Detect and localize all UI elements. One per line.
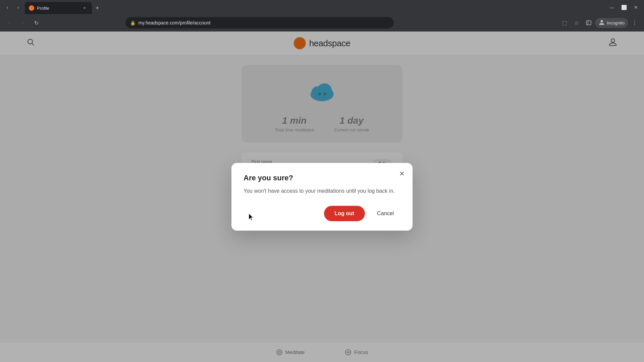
svg-rect-0 <box>586 21 591 25</box>
forward-button[interactable]: → <box>17 17 28 28</box>
toolbar-right: ⬚ ☆ Incognito ⋮ <box>559 17 640 28</box>
page: headspace <box>0 32 644 362</box>
active-tab[interactable]: Profile × <box>25 2 92 14</box>
menu-button[interactable]: ⋮ <box>629 17 640 28</box>
browser-chrome: ‹ › Profile × + — ⬜ ✕ ← → ↻ 🔒 my.headspa… <box>0 0 644 32</box>
tab-forward-button[interactable]: › <box>13 3 23 12</box>
incognito-badge[interactable]: Incognito <box>595 18 628 28</box>
new-tab-button[interactable]: + <box>93 3 102 13</box>
incognito-icon <box>599 19 605 26</box>
modal-overlay[interactable]: ✕ Are you sure? You won't have access to… <box>0 32 644 362</box>
maximize-button[interactable]: ⬜ <box>619 3 629 12</box>
url-text: my.headspace.com/profile/account <box>138 20 389 25</box>
bookmark-button[interactable]: ☆ <box>571 17 582 28</box>
logout-modal: ✕ Are you sure? You won't have access to… <box>231 163 413 231</box>
address-bar[interactable]: 🔒 my.headspace.com/profile/account <box>125 17 394 28</box>
logout-button[interactable]: Log out <box>324 206 365 221</box>
incognito-label: Incognito <box>607 20 625 25</box>
modal-body: You won't have access to your meditation… <box>244 187 400 195</box>
lock-icon: 🔒 <box>130 20 136 25</box>
browser-toolbar: ← → ↻ 🔒 my.headspace.com/profile/account… <box>0 14 644 32</box>
tab-back-button[interactable]: ‹ <box>3 3 12 12</box>
tab-bar: ‹ › Profile × + — ⬜ ✕ <box>0 0 644 14</box>
refresh-button[interactable]: ↻ <box>31 17 42 28</box>
back-button[interactable]: ← <box>4 17 15 28</box>
cancel-button[interactable]: Cancel <box>370 206 400 221</box>
tab-left-controls: ‹ › <box>3 3 23 14</box>
tab-title: Profile <box>37 6 78 11</box>
sidebar-button[interactable] <box>583 17 594 28</box>
tab-favicon <box>29 5 34 11</box>
window-controls: — ⬜ ✕ <box>606 3 641 14</box>
modal-actions: Log out Cancel <box>244 206 400 221</box>
extensions-button[interactable]: ⬚ <box>559 17 570 28</box>
tab-close-button[interactable]: × <box>81 5 88 11</box>
close-button[interactable]: ✕ <box>631 3 641 12</box>
modal-close-button[interactable]: ✕ <box>396 168 407 179</box>
minimize-button[interactable]: — <box>606 3 617 12</box>
modal-title: Are you sure? <box>244 174 400 182</box>
